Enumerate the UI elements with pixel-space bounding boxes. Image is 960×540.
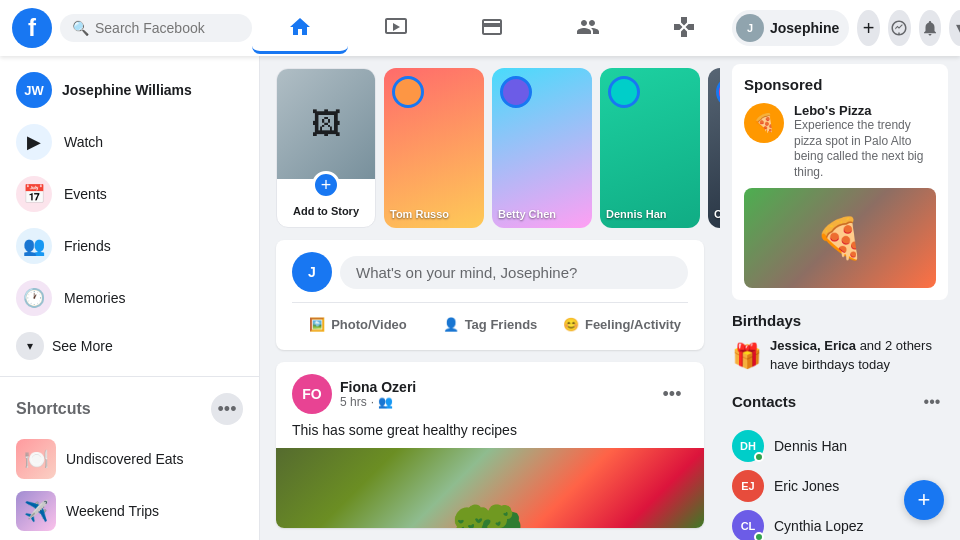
user-pill[interactable]: J Josephine	[732, 10, 849, 46]
main-feed: 🖼 + Add to Story Tom Russo Betty Chen De…	[260, 56, 720, 540]
story-betty-avatar	[500, 76, 532, 108]
search-icon: 🔍	[72, 20, 89, 36]
shortcut-weekend[interactable]: ✈️ Weekend Trips	[4, 485, 255, 537]
shortcut-undiscovered-thumb: 🍽️	[16, 439, 56, 479]
see-more-label: See More	[52, 338, 113, 354]
story-cynthia-avatar	[716, 76, 720, 108]
composer-photo-label: Photo/Video	[331, 317, 407, 332]
sponsored-item[interactable]: 🍕 Lebo's Pizza Experience the trendy piz…	[744, 103, 936, 180]
composer-photo-btn[interactable]: 🖼️ Photo/Video	[292, 311, 424, 338]
dot-separator: ·	[371, 395, 374, 409]
sidebar-item-watch[interactable]: ▶ Watch	[4, 116, 255, 168]
birthday-text: Jessica, Erica and 2 others have birthda…	[770, 337, 948, 373]
nav-home-btn[interactable]	[252, 2, 348, 54]
contact-dennis-name: Dennis Han	[774, 438, 847, 454]
contact-eric-avatar: EJ	[732, 470, 764, 502]
notifications-btn[interactable]	[919, 10, 942, 46]
marketplace-icon	[480, 15, 504, 39]
messenger-icon	[890, 19, 908, 37]
sidebar-item-events[interactable]: 📅 Events	[4, 168, 255, 220]
story-dennis-avatar	[608, 76, 640, 108]
photo-icon: 🖼️	[309, 317, 325, 332]
events-icon: 📅	[16, 176, 52, 212]
contacts-header: Contacts •••	[732, 386, 948, 418]
sidebar-item-friends-label: Friends	[64, 238, 111, 254]
watch-icon: ▶	[16, 124, 52, 160]
search-bar[interactable]: 🔍	[60, 14, 252, 42]
composer-avatar: J	[292, 252, 332, 292]
nav-groups-btn[interactable]	[540, 2, 636, 54]
composer-actions: 🖼️ Photo/Video 👤 Tag Friends 😊 Feeling/A…	[292, 302, 688, 338]
shortcut-undiscovered[interactable]: 🍽️ Undiscovered Eats	[4, 433, 255, 485]
contact-eric-name: Eric Jones	[774, 478, 839, 494]
contacts-more-btn[interactable]: •••	[916, 386, 948, 418]
fab-new-chat[interactable]: +	[904, 480, 944, 520]
tag-icon: 👤	[443, 317, 459, 332]
sponsored-logo: 🍕	[744, 103, 784, 143]
nav-gaming-btn[interactable]	[636, 2, 732, 54]
sidebar-item-memories[interactable]: 🕐 Memories	[4, 272, 255, 324]
story-card-cynthia[interactable]: Cynthia Lopez	[708, 68, 720, 228]
composer-tag-btn[interactable]: 👤 Tag Friends	[424, 311, 556, 338]
nav-watch-btn[interactable]	[348, 2, 444, 54]
topnav-left: f 🔍	[12, 8, 252, 48]
post-audience-icon: 👥	[378, 395, 393, 409]
birthday-icon: 🎁	[732, 342, 762, 370]
composer-feeling-btn[interactable]: 😊 Feeling/Activity	[556, 311, 688, 338]
story-add-card[interactable]: 🖼 + Add to Story	[276, 68, 376, 228]
story-add-photo-area: 🖼	[277, 69, 375, 179]
online-dot-cynthia	[754, 532, 764, 540]
post-more-btn[interactable]: •••	[656, 378, 688, 410]
chevron-down-icon: ▾	[16, 332, 44, 360]
birthday-item[interactable]: 🎁 Jessica, Erica and 2 others have birth…	[732, 337, 948, 373]
post-avatar: FO	[292, 374, 332, 414]
story-betty-name: Betty Chen	[498, 208, 586, 220]
shortcuts-header: Shortcuts •••	[0, 385, 259, 433]
home-icon	[288, 15, 312, 39]
topnav-right: J Josephine + ▾	[732, 10, 960, 46]
shortcuts-more-btn[interactable]: •••	[211, 393, 243, 425]
sidebar: JW Josephine Williams ▶ Watch 📅 Events 👥…	[0, 56, 260, 540]
composer-input[interactable]: What's on your mind, Josephine?	[340, 256, 688, 289]
watch-icon	[384, 15, 408, 39]
post-user-details: Fiona Ozeri 5 hrs · 👥	[340, 379, 416, 409]
story-card-dennis[interactable]: Dennis Han	[600, 68, 700, 228]
username-label: Josephine	[770, 20, 839, 36]
facebook-logo[interactable]: f	[12, 8, 52, 48]
menu-btn[interactable]: ▾	[949, 10, 960, 46]
sponsored-title: Sponsored	[744, 76, 936, 93]
story-card-tom[interactable]: Tom Russo	[384, 68, 484, 228]
topnav-center	[252, 2, 732, 54]
post-user-info: FO Fiona Ozeri 5 hrs · 👥	[292, 374, 416, 414]
add-btn[interactable]: +	[857, 10, 880, 46]
sponsored-section: Sponsored 🍕 Lebo's Pizza Experience the …	[732, 64, 948, 300]
story-add-label: Add to Story	[293, 205, 359, 217]
post-meta: 5 hrs · 👥	[340, 395, 416, 409]
feeling-icon: 😊	[563, 317, 579, 332]
birthdays-title: Birthdays	[732, 312, 948, 329]
story-tom-avatar	[392, 76, 424, 108]
post-text: This has some great healthy recipes	[276, 422, 704, 448]
nav-marketplace-btn[interactable]	[444, 2, 540, 54]
story-dennis-name: Dennis Han	[606, 208, 694, 220]
sidebar-divider	[0, 376, 259, 377]
sidebar-see-more[interactable]: ▾ See More	[4, 324, 255, 368]
add-circle-icon: +	[312, 171, 340, 199]
bell-icon	[921, 19, 939, 37]
sponsored-text: Lebo's Pizza Experience the trendy pizza…	[794, 103, 936, 180]
sidebar-item-friends[interactable]: 👥 Friends	[4, 220, 255, 272]
sponsored-desc: Experience the trendy pizza spot in Palo…	[794, 118, 936, 180]
post-card: FO Fiona Ozeri 5 hrs · 👥 ••• This has so…	[276, 362, 704, 528]
post-user-name[interactable]: Fiona Ozeri	[340, 379, 416, 395]
contact-item-dennis[interactable]: DH Dennis Han	[732, 426, 948, 466]
contacts-title: Contacts	[732, 393, 796, 410]
sidebar-item-events-label: Events	[64, 186, 107, 202]
story-card-betty[interactable]: Betty Chen	[492, 68, 592, 228]
sidebar-user-item[interactable]: JW Josephine Williams	[4, 64, 255, 116]
sponsored-image[interactable]: 🍕	[744, 188, 936, 288]
search-input[interactable]	[95, 20, 240, 36]
messenger-btn[interactable]	[888, 10, 911, 46]
sponsored-name: Lebo's Pizza	[794, 103, 936, 118]
post-time: 5 hrs	[340, 395, 367, 409]
shortcut-undiscovered-label: Undiscovered Eats	[66, 451, 184, 467]
